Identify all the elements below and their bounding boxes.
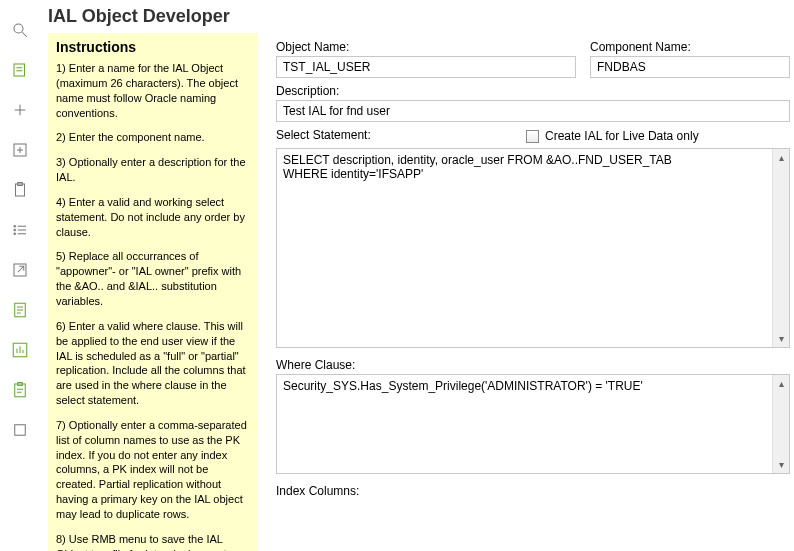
add-rect-icon[interactable] (10, 140, 30, 160)
instructions-box: Instructions 1) Enter a name for the IAL… (48, 33, 258, 551)
select-statement-label: Select Statement: (276, 128, 526, 142)
component-name-input[interactable] (590, 56, 790, 78)
svg-rect-2 (14, 64, 25, 76)
live-data-checkbox[interactable] (526, 130, 539, 143)
search-icon[interactable] (10, 20, 30, 40)
rect-icon[interactable] (10, 420, 30, 440)
svg-line-1 (22, 32, 27, 37)
note-icon[interactable] (10, 60, 30, 80)
description-input[interactable] (276, 100, 790, 122)
description-label: Description: (276, 84, 790, 98)
instruction-item: 3) Optionally enter a description for th… (56, 155, 250, 185)
object-name-input[interactable] (276, 56, 576, 78)
list-icon[interactable] (10, 220, 30, 240)
select-statement-textarea-wrap: SELECT description, identity, oracle_use… (276, 148, 790, 348)
component-name-field-group: Component Name: (590, 40, 790, 78)
scrollbar[interactable]: ▴ ▾ (772, 149, 789, 347)
chart-icon[interactable] (10, 340, 30, 360)
page-title: IAL Object Developer (48, 6, 258, 27)
scroll-up-icon[interactable]: ▴ (773, 149, 789, 166)
plus-icon[interactable] (10, 100, 30, 120)
clipboard-icon[interactable] (10, 180, 30, 200)
instruction-item: 1) Enter a name for the IAL Object (maxi… (56, 61, 250, 120)
document-icon[interactable] (10, 300, 30, 320)
where-clause-textarea[interactable]: Security_SYS.Has_System_Privilege('ADMIN… (277, 375, 771, 473)
where-clause-field-group: Where Clause: Security_SYS.Has_System_Pr… (276, 358, 790, 474)
instruction-item: 7) Optionally enter a comma-separated li… (56, 418, 250, 522)
scroll-down-icon[interactable]: ▾ (773, 330, 789, 347)
instruction-item: 2) Enter the component name. (56, 130, 250, 145)
scrollbar[interactable]: ▴ ▾ (772, 375, 789, 473)
instruction-item: 4) Enter a valid and working select stat… (56, 195, 250, 240)
instruction-item: 5) Replace all occurrances of "appowner"… (56, 249, 250, 308)
svg-point-0 (14, 24, 23, 33)
object-name-field-group: Object Name: (276, 40, 576, 78)
index-columns-label: Index Columns: (276, 484, 790, 498)
instruction-item: 6) Enter a valid where clause. This will… (56, 319, 250, 408)
where-clause-textarea-wrap: Security_SYS.Has_System_Privilege('ADMIN… (276, 374, 790, 474)
instruction-item: 8) Use RMB menu to save the IAL Object t… (56, 532, 250, 551)
live-data-checkbox-label: Create IAL for Live Data only (545, 129, 699, 143)
object-name-label: Object Name: (276, 40, 576, 54)
content-area: IAL Object Developer Instructions 1) Ent… (48, 6, 794, 551)
svg-rect-32 (15, 425, 26, 436)
scroll-up-icon[interactable]: ▴ (773, 375, 789, 392)
select-statement-field-group: Select Statement: Create IAL for Live Da… (276, 128, 790, 348)
svg-point-16 (14, 233, 16, 235)
svg-point-12 (14, 226, 16, 228)
description-field-group: Description: (276, 84, 790, 122)
scroll-down-icon[interactable]: ▾ (773, 456, 789, 473)
form-column: Object Name: Component Name: Description… (276, 6, 794, 551)
component-name-label: Component Name: (590, 40, 790, 54)
clipboard-check-icon[interactable] (10, 380, 30, 400)
svg-point-14 (14, 229, 16, 231)
instructions-column: IAL Object Developer Instructions 1) Ent… (48, 6, 258, 551)
export-icon[interactable] (10, 260, 30, 280)
svg-line-19 (18, 266, 24, 272)
left-toolbar (0, 0, 40, 551)
instructions-heading: Instructions (56, 39, 250, 55)
where-clause-label: Where Clause: (276, 358, 790, 372)
index-columns-field-group: Index Columns: (276, 484, 790, 500)
select-statement-textarea[interactable]: SELECT description, identity, oracle_use… (277, 149, 771, 347)
